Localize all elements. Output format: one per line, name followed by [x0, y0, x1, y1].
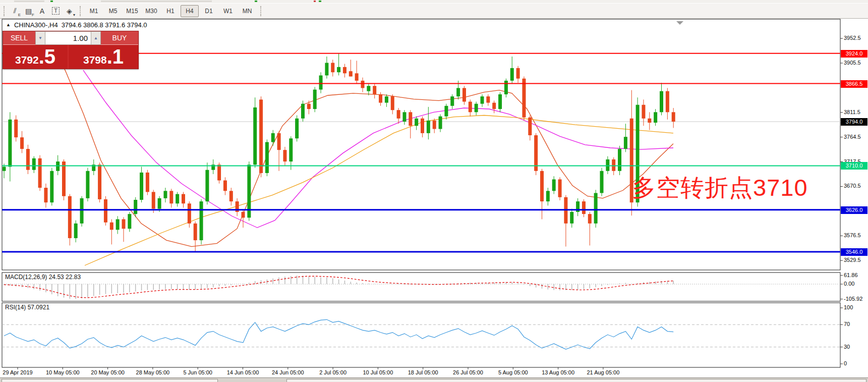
- candle-body: [618, 149, 621, 171]
- candle-body: [475, 104, 478, 113]
- candle-body: [80, 198, 84, 224]
- ma-orange[interactable]: [85, 116, 673, 266]
- candle-body: [588, 214, 592, 224]
- candle-body: [277, 133, 281, 150]
- time-axis-label: 5 Aug 05:00: [498, 369, 528, 375]
- candle-body: [546, 191, 550, 201]
- candle-body: [385, 96, 388, 102]
- candle-body: [409, 112, 412, 126]
- timeframe-button-m1[interactable]: M1: [85, 5, 103, 17]
- rsi-axis-label: 70: [844, 321, 850, 327]
- candle-body: [229, 191, 233, 201]
- rsi-line: [4, 319, 673, 349]
- toolbar: ⫽E▤FAT◈▾ M1M5M15M30H1H4D1W1MN: [0, 4, 868, 19]
- panel-border: [2, 303, 840, 367]
- trading-terminal-window: ⫽E▤FAT◈▾ M1M5M15M30H1H4D1W1MN ▲ CHINA300…: [0, 0, 868, 382]
- toolbar-grip[interactable]: [80, 6, 81, 16]
- equidistant-channel-icon[interactable]: ⫽E: [8, 5, 22, 17]
- candle-body: [128, 214, 131, 229]
- timeframe-button-mn[interactable]: MN: [238, 5, 256, 17]
- timeframe-button-h4[interactable]: H4: [181, 5, 199, 17]
- sell-button[interactable]: SELL: [3, 31, 35, 45]
- timeframe-button-h1[interactable]: H1: [161, 5, 180, 17]
- toolbar-fragment: [314, 1, 316, 2]
- candle-body: [265, 142, 269, 173]
- candle-body: [397, 110, 400, 119]
- macd-axis-label: 0.00: [844, 281, 854, 287]
- candle-body: [648, 119, 651, 123]
- candle-body: [110, 223, 113, 230]
- price-tick-label: 3811.5: [844, 109, 860, 115]
- volume-decrease-button[interactable]: ▼: [35, 31, 45, 45]
- candle-body: [415, 119, 418, 126]
- fibonacci-retracement-icon[interactable]: ▤F: [22, 5, 35, 17]
- timeframe-button-d1[interactable]: D1: [200, 5, 218, 17]
- shapes-icon[interactable]: ◈▾: [63, 5, 76, 17]
- candle-body: [582, 201, 586, 214]
- price-level-chip: 3866.5: [841, 80, 867, 88]
- time-axis-label: 29 Apr 2019: [3, 369, 32, 375]
- candle-body: [313, 90, 317, 109]
- buy-price-button[interactable]: 3798 .1: [69, 45, 138, 69]
- candle-body: [600, 171, 604, 193]
- sell-price-button[interactable]: 3792 .5: [3, 45, 68, 69]
- price-tick-label: 3670.5: [844, 183, 861, 189]
- toolbar-grip[interactable]: [260, 6, 261, 16]
- candle-body: [439, 117, 442, 129]
- buy-price-main: 3798: [83, 54, 107, 66]
- candle-body: [498, 94, 502, 109]
- candle-body: [116, 219, 120, 230]
- candle-body: [510, 68, 514, 81]
- chart-text-annotation[interactable]: 多空转折点3710: [632, 172, 808, 204]
- candle-body: [56, 161, 60, 171]
- ma-slow-red[interactable]: [48, 34, 673, 246]
- candle-body: [594, 193, 598, 223]
- timeframe-button-m30[interactable]: M30: [142, 5, 160, 17]
- status-fragment: [2, 379, 218, 382]
- candle-body: [307, 104, 311, 109]
- time-axis-label: 20 May 05:00: [91, 369, 125, 375]
- candle-body: [672, 112, 675, 122]
- toolbar-fragment: [50, 1, 53, 2]
- candle-body: [331, 63, 334, 72]
- timeframe-button-m15[interactable]: M15: [123, 5, 141, 17]
- sell-price-frac: .5: [39, 47, 55, 66]
- candle-body: [163, 191, 167, 198]
- candle-body: [44, 188, 47, 202]
- macd-axis-label: -105.92: [844, 296, 862, 302]
- time-axis-label: 26 Jul 05:00: [453, 369, 483, 375]
- macd-histogram: [4, 276, 673, 299]
- timeframe-button-w1[interactable]: W1: [219, 5, 237, 17]
- price-level-chip: 3924.0: [841, 50, 867, 58]
- toolbar-fragment: [255, 1, 257, 2]
- candle-body: [486, 96, 490, 102]
- candle-body: [540, 171, 544, 201]
- candle-body: [606, 159, 609, 171]
- volume-input[interactable]: 1.00: [45, 31, 91, 45]
- clipped-status-strip: [0, 377, 868, 382]
- candle-body: [158, 198, 161, 209]
- candle-body: [200, 201, 203, 240]
- timeframe-button-m5[interactable]: M5: [104, 5, 122, 17]
- candle-body: [421, 119, 424, 133]
- candle-body: [8, 120, 12, 167]
- candle-body: [26, 149, 30, 170]
- buy-button[interactable]: BUY: [101, 31, 138, 45]
- candle-body: [427, 121, 430, 133]
- candle-body: [361, 81, 365, 88]
- candle-body: [337, 67, 340, 72]
- text-icon[interactable]: A: [35, 5, 49, 17]
- candle-body: [444, 106, 448, 117]
- text-label-icon[interactable]: T: [49, 5, 63, 17]
- collapse-triangle-icon[interactable]: ▲: [6, 22, 11, 27]
- volume-increase-button[interactable]: ▲: [91, 31, 101, 45]
- candle-body: [188, 203, 191, 224]
- candle-body: [379, 94, 382, 103]
- candle-body: [176, 194, 179, 204]
- timeframe-group: M1M5M15M30H1H4D1W1MN: [84, 5, 257, 17]
- candle-body: [391, 96, 394, 110]
- time-axis-label: 14 Jun 05:00: [227, 369, 259, 375]
- toolbar-grip[interactable]: [4, 6, 5, 16]
- candle-body: [612, 159, 615, 171]
- time-axis-label: 28 May 05:00: [136, 369, 170, 375]
